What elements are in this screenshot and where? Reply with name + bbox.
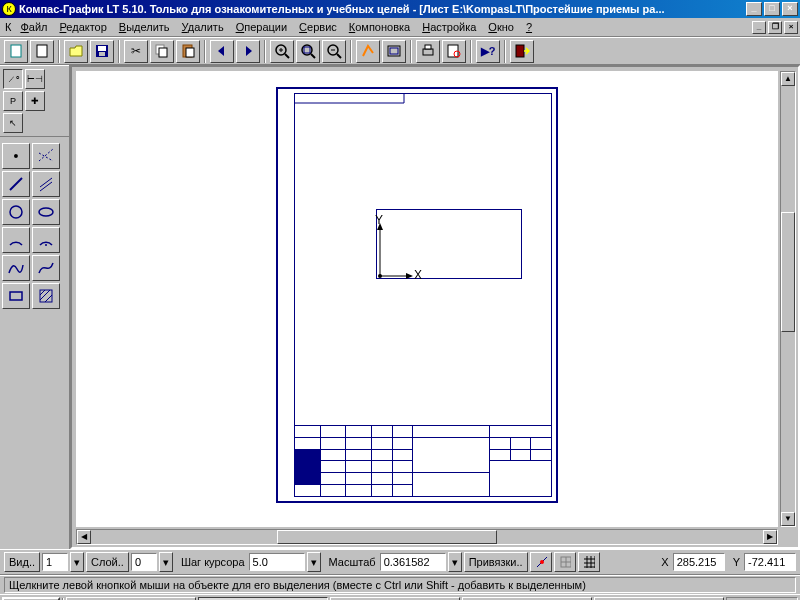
svg-rect-3 (98, 46, 106, 51)
cut-button[interactable]: ✂ (124, 40, 148, 63)
tool-circle[interactable] (2, 199, 30, 225)
tool-aux-line[interactable] (32, 143, 60, 169)
svg-point-32 (39, 208, 53, 216)
svg-rect-8 (186, 48, 194, 57)
svg-marker-44 (406, 273, 413, 279)
menu-service[interactable]: Сервис (293, 19, 343, 35)
layer-spin[interactable]: ▾ (159, 552, 173, 572)
task-button[interactable]: ◆Компас-Графи... (198, 597, 328, 601)
tool-bezier[interactable] (32, 255, 60, 281)
window-title: Компас-График LT 5.10. Только для ознако… (19, 3, 746, 15)
tool-spline[interactable] (2, 255, 30, 281)
mdi-icon[interactable]: К (5, 21, 11, 33)
menu-delete[interactable]: Удалить (176, 19, 230, 35)
snap-toggle2[interactable] (554, 552, 576, 572)
fit-button[interactable] (382, 40, 406, 63)
snap-toggle1[interactable] (530, 552, 552, 572)
svg-rect-1 (37, 45, 47, 57)
title-bar: К Компас-График LT 5.10. Только для озна… (0, 0, 800, 18)
menu-select[interactable]: Выделить (113, 19, 176, 35)
layer-value[interactable]: 0 (131, 553, 157, 571)
tab-measure[interactable]: ✚ (25, 91, 45, 111)
tool-rectangle[interactable] (2, 283, 30, 309)
layer-button[interactable]: Слой.. (86, 552, 129, 572)
tab-edit[interactable]: P (3, 91, 23, 111)
view-value[interactable]: 1 (42, 553, 68, 571)
menu-settings[interactable]: Настройка (416, 19, 482, 35)
view-spin[interactable]: ▾ (70, 552, 84, 572)
svg-rect-21 (423, 49, 433, 55)
horizontal-scrollbar[interactable]: ◀ ▶ (76, 529, 778, 545)
close-button[interactable]: × (782, 2, 798, 16)
title-block (294, 425, 552, 497)
save-button[interactable] (90, 40, 114, 63)
tool-point[interactable]: • (2, 143, 30, 169)
svg-rect-4 (99, 52, 105, 56)
tab-dimensions[interactable]: ⊢⊣ (25, 69, 45, 89)
task-button[interactable]: WMicrosoft Word - П... (66, 597, 196, 601)
tab-select[interactable]: ↖ (3, 113, 23, 133)
zoom-in-button[interactable] (270, 40, 294, 63)
preview-button[interactable] (442, 40, 466, 63)
svg-point-33 (45, 244, 47, 246)
scroll-left-icon[interactable]: ◀ (77, 530, 91, 544)
tool-ellipse[interactable] (32, 199, 60, 225)
tool-arc[interactable] (2, 227, 30, 253)
tool-line[interactable] (2, 171, 30, 197)
paste-button[interactable] (176, 40, 200, 63)
step-value[interactable]: 5.0 (249, 553, 305, 571)
scroll-h-thumb[interactable] (277, 530, 497, 544)
left-panel: ⟋ᵒ ⊢⊣ P ✚ ↖ • (0, 65, 70, 549)
mdi-restore[interactable]: ❐ (768, 21, 782, 34)
redo-button[interactable] (236, 40, 260, 63)
menu-window[interactable]: Окно (482, 19, 520, 35)
mdi-close[interactable]: × (784, 21, 798, 34)
scale-value[interactable]: 0.361582 (380, 553, 446, 571)
copy-button[interactable] (150, 40, 174, 63)
view-button[interactable]: Вид.. (4, 552, 40, 572)
task-button[interactable]: WMicrosoft Word (330, 597, 460, 601)
snap-button[interactable]: Привязки.. (464, 552, 528, 572)
redraw-button[interactable] (356, 40, 380, 63)
tab-geometry[interactable]: ⟋ᵒ (3, 69, 23, 89)
start-button[interactable]: Пуск (2, 597, 60, 601)
zoom-out-button[interactable] (322, 40, 346, 63)
new-sheet-button[interactable] (4, 40, 28, 63)
mdi-minimize[interactable]: _ (752, 21, 766, 34)
task-button[interactable]: eОбзор - Нобель 2... (462, 597, 592, 601)
menu-layout[interactable]: Компоновка (343, 19, 416, 35)
zoom-window-button[interactable] (296, 40, 320, 63)
maximize-button[interactable]: □ (764, 2, 780, 16)
scroll-right-icon[interactable]: ▶ (763, 530, 777, 544)
tool-hatch[interactable] (32, 283, 60, 309)
y-value[interactable]: -72.411 (744, 553, 796, 571)
minimize-button[interactable]: _ (746, 2, 762, 16)
svg-rect-35 (40, 290, 52, 302)
scale-spin[interactable]: ▾ (448, 552, 462, 572)
task-button[interactable]: ?Справочная систе... (594, 597, 724, 601)
drawing-canvas[interactable]: Y X (76, 71, 778, 527)
scroll-down-icon[interactable]: ▼ (781, 512, 795, 526)
svg-line-38 (45, 295, 52, 302)
tool-parallel-line[interactable] (32, 171, 60, 197)
step-spin[interactable]: ▾ (307, 552, 321, 572)
menu-operations[interactable]: Операции (230, 19, 293, 35)
tool-arc2[interactable] (32, 227, 60, 253)
exit-button[interactable] (510, 40, 534, 63)
new-doc-button[interactable] (30, 40, 54, 63)
mdi-controls: _ ❐ × (752, 21, 798, 34)
scroll-v-thumb[interactable] (781, 212, 795, 332)
x-value[interactable]: 285.215 (673, 553, 725, 571)
vertical-scrollbar[interactable]: ▲ ▼ (780, 71, 796, 527)
svg-rect-25 (516, 45, 524, 57)
undo-button[interactable] (210, 40, 234, 63)
menu-file[interactable]: Файл (14, 19, 53, 35)
print-button[interactable] (416, 40, 440, 63)
menu-editor[interactable]: Редактор (53, 19, 112, 35)
open-button[interactable] (64, 40, 88, 63)
svg-point-45 (378, 274, 382, 278)
menu-help[interactable]: ? (520, 19, 538, 35)
grid-button[interactable] (578, 552, 600, 572)
help-button[interactable]: ▶? (476, 40, 500, 63)
scroll-up-icon[interactable]: ▲ (781, 72, 795, 86)
